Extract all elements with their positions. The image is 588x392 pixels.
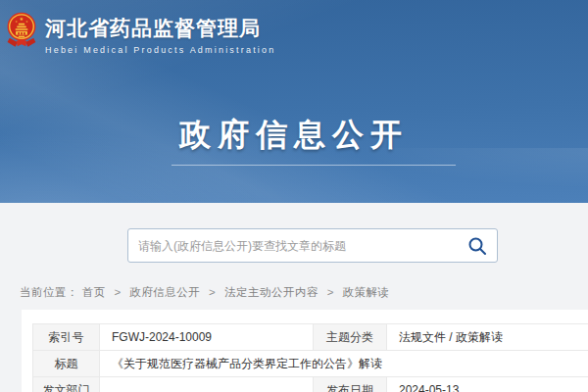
index-number-label: 索引号 xyxy=(33,324,100,351)
publish-date-value: 2024-05-13 xyxy=(387,377,588,392)
table-row: 标题 《关于规范医疗器械产品分类界定工作的公告》解读 xyxy=(33,351,588,377)
breadcrumb: 当前位置： 首页 > 政府信息公开 > 法定主动公开内容 > 政策解读 xyxy=(20,285,390,300)
document-info-card: 索引号 FGWJ-2024-10009 主题分类 法规文件 / 政策解读 标题 … xyxy=(22,310,588,392)
breadcrumb-separator: > xyxy=(114,286,121,298)
breadcrumb-separator: > xyxy=(327,286,334,298)
breadcrumb-item-home[interactable]: 首页 xyxy=(82,286,106,298)
breadcrumb-item-policy-interpretation[interactable]: 政策解读 xyxy=(343,286,390,298)
agency-name-en: Hebei Medical Products Administration xyxy=(45,45,275,55)
national-emblem-icon: ★ ★ ★ xyxy=(6,12,37,55)
title-value: 《关于规范医疗器械产品分类界定工作的公告》解读 xyxy=(100,351,588,377)
table-row: 索引号 FGWJ-2024-10009 主题分类 法规文件 / 政策解读 xyxy=(33,324,588,351)
issuing-department-label: 发文部门 xyxy=(33,377,100,392)
header-wave-decoration xyxy=(235,148,588,207)
breadcrumb-item-info-disclosure[interactable]: 政府信息公开 xyxy=(129,286,200,298)
page-title: 政府信息公开 xyxy=(0,114,588,157)
issuing-department-value xyxy=(100,377,314,392)
brand-text: 河北省药品监督管理局 Hebei Medical Products Admini… xyxy=(45,12,275,55)
search-bar xyxy=(127,228,498,263)
document-info-table: 索引号 FGWJ-2024-10009 主题分类 法规文件 / 政策解读 标题 … xyxy=(32,323,588,392)
site-brand[interactable]: ★ ★ ★ 河北省药品监督管理局 Hebei Medical Products … xyxy=(6,12,275,55)
table-row: 发文部门 发布日期 2024-05-13 xyxy=(33,377,588,392)
title-label: 标题 xyxy=(33,351,100,377)
breadcrumb-prefix: 当前位置： xyxy=(20,286,78,298)
breadcrumb-item-statutory-content[interactable]: 法定主动公开内容 xyxy=(224,286,318,298)
index-number-value: FGWJ-2024-10009 xyxy=(100,324,314,351)
agency-name-cn: 河北省药品监督管理局 xyxy=(45,17,275,39)
breadcrumb-separator: > xyxy=(209,286,216,298)
title-underline xyxy=(172,165,456,166)
search-input[interactable] xyxy=(128,229,497,262)
topic-category-label: 主题分类 xyxy=(314,324,387,351)
topic-category-value: 法规文件 / 政策解读 xyxy=(387,324,588,351)
search-icon xyxy=(467,236,487,256)
search-button[interactable] xyxy=(467,236,487,256)
svg-text:★: ★ xyxy=(20,17,24,22)
publish-date-label: 发布日期 xyxy=(314,377,387,392)
page-header: ★ ★ ★ 河北省药品监督管理局 Hebei Medical Products … xyxy=(0,0,588,203)
